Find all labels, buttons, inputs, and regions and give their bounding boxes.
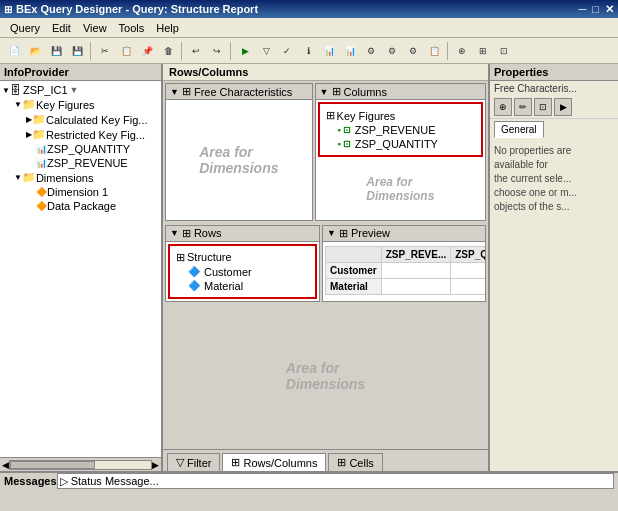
props-btn1[interactable]: ⊕ [494,98,512,116]
messages-bar: Messages ▷ Status Message... [0,471,618,489]
tree-data-package[interactable]: 🔶 Data Package [2,199,159,213]
tb-btn11[interactable]: ⊕ [452,41,472,61]
preview-table: ZSP_REVE... ZSP_QUAN... Customer [325,246,486,295]
tree-restricted-kf[interactable]: ▶ 📁 Restricted Key Fig... [2,127,159,142]
menu-help[interactable]: Help [150,20,185,36]
props-btn2[interactable]: ✏ [514,98,532,116]
col-zsp-quantity[interactable]: ▪ ⊡ ZSP_QUANTITY [324,137,477,151]
props-btn3[interactable]: ⊡ [534,98,552,116]
filter-btn[interactable]: ▽ [256,41,276,61]
preview-row-customer: Customer [326,262,487,278]
save-as-btn[interactable]: 💾 [67,41,87,61]
columns-header: ▼ ⊞ Columns [316,84,485,100]
new-btn[interactable]: 📄 [4,41,24,61]
tree-dimensions[interactable]: ▼ 📁 Dimensions [2,170,159,185]
messages-label: Messages [4,475,57,487]
close-btn[interactable]: ✕ [605,3,614,16]
menu-edit[interactable]: Edit [46,20,77,36]
main-area: InfoProvider ▼ 🗄 ZSP_IC1 ▼ ▼ 📁 Key Figur… [0,64,618,471]
info-btn[interactable]: ℹ [298,41,318,61]
rows-customer[interactable]: 🔷 Customer [174,265,311,279]
preview-header: ▼ ⊞ Preview [323,226,485,242]
open-btn[interactable]: 📂 [25,41,45,61]
rows-icon: ⊞ [182,227,191,240]
menu-query[interactable]: Query [4,20,46,36]
rows-structure[interactable]: ⊞ Structure [174,250,311,265]
undo-btn[interactable]: ↩ [186,41,206,61]
preview-material-val2 [451,278,486,294]
delete-btn[interactable]: 🗑 [158,41,178,61]
scroll-track[interactable] [9,460,152,470]
bottom-dim-placeholder: Area forDimensions [163,304,488,450]
tb-btn5[interactable]: 📊 [319,41,339,61]
minimize-btn[interactable]: ─ [579,3,587,16]
free-chars-icon: ⊞ [182,85,191,98]
rows-expand[interactable]: ▼ [170,228,179,238]
app-icon: ⊞ [4,4,12,15]
info-provider-tree: ▼ 🗄 ZSP_IC1 ▼ ▼ 📁 Key Figures ▶ 📁 Calcul… [0,81,161,457]
root-dropdown-icon[interactable]: ▼ [70,85,79,95]
tree-dimension1[interactable]: 🔶 Dimension 1 [2,185,159,199]
tree-keyfigures[interactable]: ▼ 📁 Key Figures [2,97,159,112]
preview-row-material: Material [326,278,487,294]
bottom-tabs: ▽ Filter ⊞ Rows/Columns ⊞ Cells [163,449,488,471]
tree-root[interactable]: ▼ 🗄 ZSP_IC1 ▼ [2,83,159,97]
redo-btn[interactable]: ↪ [207,41,227,61]
dim-expand-icon: ▼ [14,173,22,182]
preview-material-val1 [381,278,451,294]
preview-customer-val1 [381,262,451,278]
paste-btn[interactable]: 📌 [137,41,157,61]
maximize-btn[interactable]: □ [592,3,599,16]
cells-icon: ⊞ [337,456,346,469]
props-content: No properties areavailable forthe curren… [490,140,618,218]
preview-expand[interactable]: ▼ [327,228,336,238]
tree-zsp-revenue[interactable]: 📊 ZSP_REVENUE [2,156,159,170]
props-tabs: General [490,119,618,140]
rows-cols-header: Rows/Columns [163,64,488,81]
col-zsp-revenue[interactable]: ▪ ⊡ ZSP_REVENUE [324,123,477,137]
run-btn[interactable]: ▶ [235,41,255,61]
tb-btn13[interactable]: ⊡ [494,41,514,61]
tab-cells[interactable]: ⊞ Cells [328,453,382,471]
props-btn4[interactable]: ▶ [554,98,572,116]
info-provider-panel: InfoProvider ▼ 🗄 ZSP_IC1 ▼ ▼ 📁 Key Figur… [0,64,163,471]
copy-btn[interactable]: 📋 [116,41,136,61]
cols-expand[interactable]: ▼ [320,87,329,97]
rows-area: ▼ ⊞ Rows ⊞ Structure 🔷 Customer 🔷 [163,223,488,304]
col-key-figures[interactable]: ⊞ Key Figures [324,108,477,123]
filter-icon: ▽ [176,456,184,469]
rows-cols-icon: ⊞ [231,456,240,469]
d1-dim-icon: 🔶 [36,187,47,197]
preview-material-label: Material [326,278,382,294]
dp-dim-icon: 🔶 [36,201,47,211]
cols-placeholder: Area forDimensions [316,159,485,220]
tb-btn6[interactable]: 📊 [340,41,360,61]
props-toolbar: ⊕ ✏ ⊡ ▶ [490,96,618,119]
tb-btn8[interactable]: ⚙ [382,41,402,61]
menu-tools[interactable]: Tools [113,20,151,36]
rows-panel: ▼ ⊞ Rows ⊞ Structure 🔷 Customer 🔷 [165,225,320,302]
free-chars-expand[interactable]: ▼ [170,87,179,97]
tb-btn7[interactable]: ⚙ [361,41,381,61]
window-title: BEx Query Designer - Query: Structure Re… [16,3,258,15]
save-btn[interactable]: 💾 [46,41,66,61]
free-chars-placeholder: Area forDimensions [166,100,312,220]
tb-btn12[interactable]: ⊞ [473,41,493,61]
kf-struct-icon: ⊞ [326,109,335,122]
tb-btn10[interactable]: 📋 [424,41,444,61]
tb-btn9[interactable]: ⚙ [403,41,423,61]
menu-view[interactable]: View [77,20,113,36]
tab-rows-columns[interactable]: ⊞ Rows/Columns [222,453,326,471]
info-provider-scrollbar[interactable]: ◀ ▶ [0,457,161,471]
props-tab-general[interactable]: General [494,121,544,138]
col-rev-icon: ▪ [338,125,341,135]
tab-filter[interactable]: ▽ Filter [167,453,220,471]
tree-calc-kf[interactable]: ▶ 📁 Calculated Key Fig... [2,112,159,127]
check-btn[interactable]: ✓ [277,41,297,61]
calc-folder-icon: 📁 [32,113,46,126]
tree-zsp-quantity[interactable]: 📊 ZSP_QUANTITY [2,142,159,156]
rows-material[interactable]: 🔷 Material [174,279,311,293]
col-qty-kf-icon: ⊡ [343,139,351,149]
props-header: Properties [490,64,618,81]
cut-btn[interactable]: ✂ [95,41,115,61]
